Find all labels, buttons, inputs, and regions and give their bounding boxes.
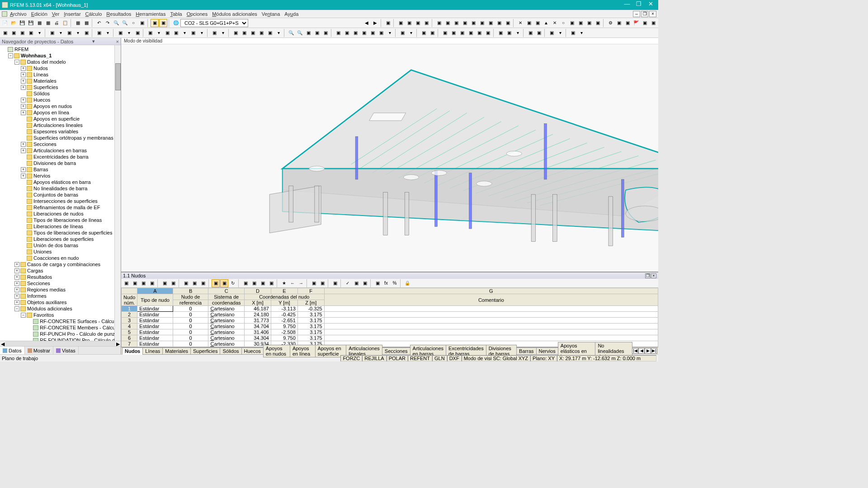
tab-nav-last[interactable]: ▶| bbox=[651, 348, 657, 354]
btn-r14[interactable]: ▣ bbox=[504, 19, 512, 27]
table-tab[interactable]: Apoyos en nudos bbox=[263, 345, 290, 357]
t2-30[interactable]: ▾ bbox=[274, 29, 283, 37]
tree-item[interactable]: RF-PUNCH Pro - Cálculo de punzonamient bbox=[1, 331, 120, 337]
tree-item[interactable]: Coacciones en nudo bbox=[1, 255, 120, 261]
tree-item[interactable]: Apoyos en superficie bbox=[1, 116, 120, 122]
tt-23[interactable]: ✓ bbox=[344, 279, 352, 287]
t2-15[interactable]: ▣ bbox=[133, 29, 142, 37]
data-table[interactable]: ABCDEFGNudonúm. Tipo de nudo Nudo deSist… bbox=[121, 288, 658, 347]
t2-36[interactable]: ▣ bbox=[334, 29, 342, 37]
tt-21[interactable]: ▣ bbox=[318, 279, 326, 287]
col-head[interactable]: F bbox=[297, 288, 324, 294]
t2-41[interactable]: ▣ bbox=[377, 29, 385, 37]
print-icon[interactable]: 🖨 bbox=[52, 19, 61, 27]
btn-r17[interactable]: ▣ bbox=[533, 19, 542, 27]
table-tab[interactable]: Sólidos bbox=[220, 347, 241, 355]
menu-resultados[interactable]: Resultados bbox=[106, 11, 131, 17]
btn-r9[interactable]: ▣ bbox=[461, 19, 469, 27]
col-head[interactable]: C bbox=[208, 288, 245, 294]
btn-r8[interactable]: ▣ bbox=[452, 19, 460, 27]
t2-9[interactable]: ▾ bbox=[74, 29, 82, 37]
t2-10[interactable]: ▣ bbox=[82, 29, 90, 37]
tt-4[interactable]: ▣ bbox=[148, 279, 156, 287]
t2-45[interactable]: ▣ bbox=[420, 29, 428, 37]
tree-item[interactable]: Intersecciones de superficies bbox=[1, 198, 120, 204]
tree-item[interactable]: − Datos del modelo bbox=[1, 59, 120, 65]
btn-r22[interactable]: ▣ bbox=[576, 19, 585, 27]
t2-50[interactable]: ▣ bbox=[467, 29, 475, 37]
t2-23[interactable]: ▣ bbox=[210, 29, 218, 37]
tree-item[interactable]: Sólidos bbox=[1, 90, 120, 97]
tt-25[interactable]: ▣ bbox=[361, 279, 369, 287]
btn-r26[interactable]: ▣ bbox=[615, 19, 623, 27]
col-head[interactable]: D bbox=[244, 288, 271, 294]
tree-item[interactable]: − Módulos adicionales bbox=[1, 305, 120, 312]
t2-8[interactable]: ▣ bbox=[65, 29, 73, 37]
t2-1[interactable]: ▣ bbox=[1, 29, 9, 37]
t2-44[interactable]: ▾ bbox=[407, 29, 415, 37]
t2-51[interactable]: ▣ bbox=[475, 29, 483, 37]
tt-28[interactable]: % bbox=[391, 279, 399, 287]
t2-58[interactable]: ▣ bbox=[547, 29, 556, 37]
tt-24[interactable]: ▣ bbox=[352, 279, 360, 287]
t2-11[interactable]: ▣ bbox=[95, 29, 103, 37]
status-flag[interactable]: POLAR bbox=[387, 355, 408, 361]
menu-edicion[interactable]: Edición bbox=[31, 11, 47, 17]
tree-item[interactable]: + Objetos auxiliares bbox=[1, 299, 120, 305]
tree-item[interactable]: + Articulaciones en barras bbox=[1, 147, 120, 154]
t2-54[interactable]: ▣ bbox=[505, 29, 513, 37]
t2-53[interactable]: ▣ bbox=[496, 29, 505, 37]
tree-item[interactable]: Tipos de liberaciones de líneas bbox=[1, 217, 120, 223]
t2-29[interactable]: ▣ bbox=[266, 29, 274, 37]
tt-20[interactable]: ▣ bbox=[310, 279, 318, 287]
table-tab[interactable]: Nervios bbox=[536, 347, 558, 355]
btn-r29[interactable]: ▣ bbox=[641, 19, 649, 27]
t2-27[interactable]: ▣ bbox=[249, 29, 257, 37]
tt-17[interactable]: ★ bbox=[280, 279, 288, 287]
t2-25[interactable]: ▣ bbox=[231, 29, 240, 37]
mdi-min-button[interactable]: – bbox=[633, 11, 640, 17]
tree-item[interactable]: Espesores variables bbox=[1, 128, 120, 135]
tree-item[interactable]: Liberaciones de nudos bbox=[1, 211, 120, 217]
tt-12[interactable]: ↻ bbox=[229, 279, 237, 287]
btn-r25[interactable]: ⚙ bbox=[606, 19, 614, 27]
navtab-mostrar[interactable]: Mostrar bbox=[25, 347, 53, 354]
menu-ver[interactable]: Ver bbox=[52, 11, 60, 17]
btn-r24[interactable]: ▣ bbox=[594, 19, 602, 27]
t2-24[interactable]: ▾ bbox=[219, 29, 227, 37]
tree-item[interactable]: + Regiones medias bbox=[1, 286, 120, 293]
mdi-max-button[interactable]: ❐ bbox=[641, 11, 648, 17]
btn-r2[interactable]: ▣ bbox=[396, 19, 405, 27]
t2-21[interactable]: ▣ bbox=[189, 29, 197, 37]
t2-32[interactable]: 🔍 bbox=[296, 29, 304, 37]
btn-r19[interactable]: ✕ bbox=[551, 19, 559, 27]
btn-r6[interactable]: ▣ bbox=[435, 19, 443, 27]
btn-r20[interactable]: ○ bbox=[559, 19, 567, 27]
tree-item[interactable]: RF-FOUNDATION Pro - Cálculo de cimenta bbox=[1, 337, 120, 341]
tree-item[interactable]: Divisiones de barra bbox=[1, 160, 120, 166]
navtab-datos[interactable]: Datos bbox=[0, 347, 25, 354]
table-tab[interactable]: Barras bbox=[516, 347, 536, 355]
close-button[interactable]: ✕ bbox=[645, 1, 656, 9]
t2-16[interactable]: ▣ bbox=[146, 29, 154, 37]
t2-35[interactable]: ▣ bbox=[321, 29, 330, 37]
table-tab[interactable]: Huecos bbox=[241, 347, 264, 355]
menu-tabla[interactable]: Tabla bbox=[170, 11, 182, 17]
t2-5[interactable]: ▾ bbox=[35, 29, 43, 37]
tree-item[interactable]: RFEM bbox=[1, 46, 120, 52]
tree-item[interactable]: + Secciones bbox=[1, 141, 120, 147]
btn-r18[interactable]: ▲ bbox=[542, 19, 550, 27]
mdi-close-button[interactable]: × bbox=[649, 11, 656, 17]
tree-item[interactable]: Excentricidades de barra bbox=[1, 154, 120, 160]
tt-14[interactable]: ▣ bbox=[250, 279, 258, 287]
open-icon[interactable]: 📂 bbox=[9, 19, 18, 27]
tab-nav-first[interactable]: |◀ bbox=[632, 348, 638, 354]
t2-33[interactable]: ▣ bbox=[304, 29, 312, 37]
t2-26[interactable]: ▣ bbox=[240, 29, 248, 37]
table-row[interactable]: 2 Estándar0Cartesiano 24.180-0.4253.175 bbox=[122, 312, 658, 318]
btn-15[interactable]: ○ bbox=[129, 19, 137, 27]
nav-prev-icon[interactable]: ◀ bbox=[363, 19, 371, 27]
btn-r12[interactable]: ▣ bbox=[486, 19, 495, 27]
col-head[interactable]: G bbox=[324, 288, 658, 294]
tree-item[interactable]: − Favoritos bbox=[1, 312, 120, 318]
